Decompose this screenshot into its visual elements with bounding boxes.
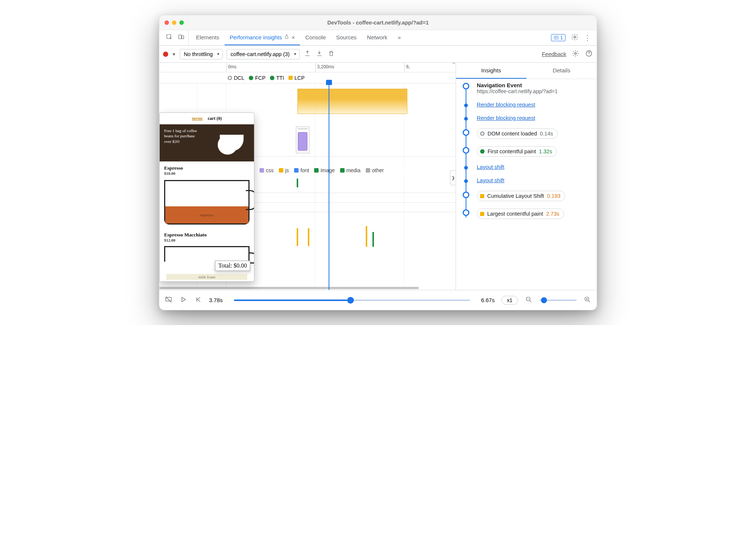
main-thread-block[interactable] xyxy=(297,89,407,114)
marker-dcl[interactable]: DCL xyxy=(228,75,244,81)
import-icon[interactable] xyxy=(315,50,323,58)
square-icon xyxy=(289,76,293,80)
marker-lcp[interactable]: LCP xyxy=(289,75,304,81)
tab-network[interactable]: Network xyxy=(362,30,392,45)
insight-link[interactable]: Layout shift xyxy=(477,164,504,170)
tab-insights[interactable]: Insights xyxy=(456,63,527,79)
filmstrip-frame[interactable] xyxy=(296,127,309,153)
square-icon xyxy=(366,168,370,173)
play-icon[interactable] xyxy=(179,296,188,304)
record-button[interactable] xyxy=(163,52,168,57)
square-icon xyxy=(294,168,299,173)
dot-icon xyxy=(480,149,485,154)
insights-tabs: Insights Details xyxy=(456,63,597,79)
collapse-right-icon[interactable]: ❯ xyxy=(450,170,456,185)
settings-icon[interactable] xyxy=(571,33,579,42)
product-price: $10.00 xyxy=(164,171,250,176)
request-bar[interactable] xyxy=(297,228,298,246)
marker-fcp[interactable]: FCP xyxy=(249,75,265,81)
legend-image[interactable]: image xyxy=(314,167,335,173)
insight-link[interactable]: Render blocking request xyxy=(477,115,535,121)
svg-point-4 xyxy=(574,36,576,38)
current-time: 3.78s xyxy=(209,297,223,303)
thumb-cart-label: cart (0) xyxy=(208,116,222,121)
tracks-area[interactable]: css js font image media other ▸ ▸ ❯ xyxy=(159,84,456,290)
timeline-scrollbar[interactable] xyxy=(159,286,454,290)
nav-event-url: https://coffee-cart.netlify.app/?ad=1 xyxy=(477,88,592,94)
zoom-slider[interactable] xyxy=(540,300,577,301)
insight-link[interactable]: Render blocking request xyxy=(477,102,535,108)
timeline-node-icon xyxy=(463,192,469,198)
playhead[interactable] xyxy=(329,84,329,290)
zoom-in-icon[interactable] xyxy=(583,296,592,304)
legend-font[interactable]: font xyxy=(294,167,309,173)
markers-row: DCL FCP TTI LCP xyxy=(159,72,456,84)
network-legend: css js font image media other xyxy=(260,166,452,175)
square-icon xyxy=(279,168,283,173)
request-bar[interactable] xyxy=(297,179,298,187)
tab-elements[interactable]: Elements xyxy=(191,30,225,45)
legend-media[interactable]: media xyxy=(340,167,361,173)
tab-performance-insights[interactable]: Performance insights × xyxy=(225,30,300,45)
record-menu-caret[interactable]: ▼ xyxy=(172,52,176,56)
metric-chip-fcp[interactable]: First contentful paint 1.32s xyxy=(477,146,557,157)
svg-rect-3 xyxy=(554,36,558,39)
thumb-banner: Free 1 bag of coffee beans for purchase … xyxy=(160,124,254,161)
metric-chip-dcl[interactable]: DOM content loaded 0.14s xyxy=(477,128,558,139)
legend-js[interactable]: js xyxy=(279,167,289,173)
titlebar: DevTools - coffee-cart.netlify.app/?ad=1 xyxy=(159,15,597,30)
square-icon xyxy=(480,212,484,216)
dot-icon xyxy=(270,76,274,80)
seek-slider[interactable] xyxy=(234,300,470,301)
metric-chip-cls[interactable]: Cumulative Layout Shift 0.193 xyxy=(477,191,565,201)
inspect-element-icon[interactable] xyxy=(165,34,173,42)
marker-tti[interactable]: TTI xyxy=(270,75,284,81)
square-icon xyxy=(340,168,345,173)
export-icon[interactable] xyxy=(303,50,312,58)
close-tab-icon[interactable]: × xyxy=(291,34,295,40)
tab-sources[interactable]: Sources xyxy=(331,30,362,45)
help-icon[interactable] xyxy=(585,50,593,59)
dot-icon xyxy=(249,76,253,80)
tab-details[interactable]: Details xyxy=(527,63,597,79)
tab-console[interactable]: Console xyxy=(300,30,331,45)
feedback-link[interactable]: Feedback xyxy=(542,51,566,57)
thumb-menu-link: menu xyxy=(192,116,203,121)
screencast-toggle-icon[interactable] xyxy=(164,296,173,304)
delete-icon[interactable] xyxy=(327,50,335,58)
rewind-start-icon[interactable] xyxy=(194,296,202,304)
request-bar[interactable] xyxy=(366,226,367,247)
total-badge: Total: $0.00 xyxy=(215,261,250,271)
insight-link[interactable]: Layout shift xyxy=(477,177,504,183)
zoom-window-button[interactable] xyxy=(179,20,184,25)
timeline-node-icon xyxy=(464,166,468,170)
milk-foam-label: milk foam xyxy=(166,274,247,280)
legend-css[interactable]: css xyxy=(260,167,274,173)
window-title: DevTools - coffee-cart.netlify.app/?ad=1 xyxy=(159,20,597,26)
request-bar[interactable] xyxy=(308,228,309,246)
request-bar[interactable] xyxy=(372,232,374,247)
issues-counter[interactable]: 1 xyxy=(551,34,566,41)
playback-bar: 3.78s 6.67s x1 xyxy=(159,290,597,310)
ruler-scrollbar[interactable] xyxy=(452,63,456,72)
zoom-out-icon[interactable] xyxy=(525,296,533,304)
zoom-level-chip[interactable]: x1 xyxy=(501,296,518,305)
panel-settings-icon[interactable] xyxy=(571,50,580,59)
throttling-select[interactable]: No throttling xyxy=(180,49,223,59)
close-window-button[interactable] xyxy=(164,20,169,25)
experiment-icon xyxy=(284,34,289,40)
legend-other[interactable]: other xyxy=(366,167,384,173)
minimize-window-button[interactable] xyxy=(172,20,176,25)
time-ruler[interactable]: 0ms 3,200ms 6, xyxy=(159,63,456,72)
ruler-tick: 0ms xyxy=(226,63,315,72)
insights-pane: Insights Details Navigation Event https:… xyxy=(456,63,597,290)
recording-select[interactable]: coffee-cart.netlify.app (3) xyxy=(227,49,300,59)
ring-icon xyxy=(228,76,232,80)
device-toolbar-icon[interactable] xyxy=(177,34,185,42)
ruler-tick: 3,200ms xyxy=(315,63,404,72)
more-menu-icon[interactable]: ⋮ xyxy=(584,34,591,42)
svg-point-5 xyxy=(575,52,577,54)
metric-chip-lcp[interactable]: Largest contentful paint 2.73s xyxy=(477,209,564,219)
panel-tabs: Elements Performance insights × Console … xyxy=(159,30,597,46)
tabs-overflow[interactable]: » xyxy=(392,30,406,45)
